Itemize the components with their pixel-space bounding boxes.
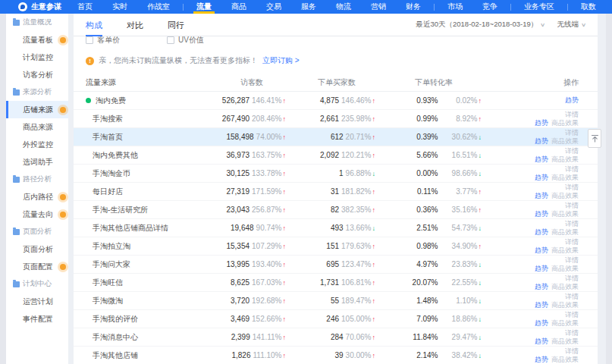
table-row[interactable]: 手淘-生活研究所23,043256.87%↑82382.35%↑0.36%35.… — [74, 201, 598, 219]
metric-change: 192.68% — [252, 297, 281, 305]
subscribe-link[interactable]: 立即订购 > — [262, 55, 300, 66]
trend-link[interactable]: 趋势 — [535, 319, 548, 327]
back-to-top-button[interactable] — [588, 129, 601, 148]
metric-change: 256.87% — [252, 206, 281, 214]
terminal-selector[interactable]: 无线端 ∨ — [557, 20, 585, 30]
trend-link[interactable]: 趋势 — [535, 155, 548, 163]
trend-link[interactable]: 趋势 — [535, 301, 548, 309]
sidebar-item-7[interactable]: 外投监控 — [6, 136, 68, 153]
table-row[interactable]: 手淘搜索267,490208.46%↑2,661235.98%↑0.99%8.9… — [74, 110, 598, 128]
metric-value: 1.48% — [416, 297, 438, 305]
table-row[interactable]: 手淘微淘3,720192.68%↑55189.47%↑1.48%1.10%↓详情… — [74, 292, 598, 310]
trend-link[interactable]: 趋势 — [535, 337, 548, 345]
sidebar-item-11[interactable]: 流量去向 — [6, 206, 68, 223]
date-range-selector[interactable]: 最近30天（2018-02-18~2018-03-19） ∨ — [416, 20, 545, 30]
sidebar-item-16[interactable]: 运营计划 — [6, 293, 68, 310]
cell-rate: 20.07%22.55%↓ — [375, 278, 482, 287]
table-row[interactable]: 手淘问大家13,995193.40%↑695123.47%↑4.97%23.83… — [74, 256, 598, 274]
sidebar-item-0[interactable]: 流量概况 — [6, 14, 68, 31]
product-effect-link: 商品效果 — [551, 228, 579, 236]
cell-buyers: 61220.71%↑ — [286, 133, 375, 141]
nav-item-11[interactable]: 竞争 — [472, 0, 507, 14]
notification-dot-icon — [60, 37, 66, 43]
metric-change: 34.90% — [438, 242, 478, 250]
cell-visitors: 267,490208.46%↑ — [187, 115, 286, 123]
checkbox-option-0[interactable]: 客单价 — [86, 36, 120, 46]
table-row[interactable]: 每日好店27,319171.59%↑31181.82%↑0.11%3.77%↑详… — [74, 183, 598, 201]
trend-link[interactable]: 趋势 — [535, 119, 548, 127]
cell-rate: 0.39%30.62%↓ — [375, 133, 482, 141]
chevron-down-icon: ∨ — [540, 22, 545, 28]
logo-icon — [18, 2, 27, 11]
trend-link[interactable]: 趋势 — [535, 174, 548, 181]
table-row[interactable]: 手淘淘金币30,125133.78%↑196.88%↓0.00%98.66%↓详… — [74, 165, 598, 183]
nav-item-3[interactable]: 流量 — [187, 0, 221, 14]
nav-item-13[interactable]: 取数 — [571, 0, 606, 14]
sidebar-item-9[interactable]: 路径分析 — [6, 171, 68, 188]
sidebar-item-5[interactable]: 店铺来源 — [6, 101, 68, 118]
sidebar-item-6[interactable]: 商品来源 — [6, 118, 68, 136]
table-row[interactable]: 手淘我的评价3,469152.66%↑246105.00%↑7.09%18.86… — [74, 310, 598, 328]
sidebar-item-1[interactable]: 流量看板 — [6, 31, 68, 49]
nav-divider — [510, 4, 511, 11]
nav-item-8[interactable]: 营销 — [361, 0, 396, 14]
sidebar-item-14[interactable]: 页面配置 — [6, 258, 68, 275]
tab-对比[interactable]: 对比 — [127, 14, 143, 36]
trend-link[interactable]: 趋势 — [535, 228, 548, 236]
metric-change: 98.66% — [438, 169, 478, 177]
nav-item-14[interactable]: 学院 — [606, 0, 612, 14]
cell-actions: 详情趋势商品效果 — [482, 293, 579, 309]
tab-同行[interactable]: 同行 — [168, 14, 184, 36]
nav-item-9[interactable]: 财务 — [396, 0, 431, 14]
checkbox-option-1[interactable]: UV价值 — [167, 36, 204, 46]
sidebar-item-17[interactable]: 事件配置 — [6, 310, 68, 328]
sidebar-item-2[interactable]: 计划监控 — [6, 49, 68, 66]
nav-item-7[interactable]: 物流 — [326, 0, 361, 14]
detail-link: 详情 — [565, 329, 579, 337]
sidebar-item-4[interactable]: 来源分析 — [6, 83, 68, 101]
sidebar-item-13[interactable]: 页面分析 — [6, 240, 68, 258]
table-row[interactable]: 手淘其他店铺商品详情19,64890.74%↑49313.66%↓2.51%54… — [74, 219, 598, 237]
metric-change: 235.98% — [341, 115, 371, 123]
action-line-2: 趋势商品效果 — [482, 301, 579, 309]
trend-link[interactable]: 趋势 — [535, 265, 548, 272]
nav-item-10[interactable]: 市场 — [438, 0, 472, 14]
nav-item-6[interactable]: 服务 — [291, 0, 326, 14]
trend-link[interactable]: 趋势 — [535, 210, 548, 218]
cell-rate: 5.66%16.51%↓ — [375, 151, 482, 159]
trend-link[interactable]: 趋势 — [565, 96, 579, 104]
action-line-1: 详情 — [482, 347, 579, 356]
table-row[interactable]: 淘内免费其他36,973163.75%↑2,092120.21%↑5.66%16… — [74, 146, 598, 165]
trend-link[interactable]: 趋势 — [535, 356, 548, 363]
cell-source: 手淘旺信 — [86, 278, 187, 288]
nav-item-5[interactable]: 交易 — [256, 0, 291, 14]
metric-change: 208.46% — [252, 115, 281, 123]
notification-dot-icon — [60, 264, 66, 270]
sidebar-item-8[interactable]: 选词助手 — [6, 153, 68, 171]
trend-link[interactable]: 趋势 — [535, 137, 548, 145]
nav-item-0[interactable]: 首页 — [67, 0, 102, 14]
nav-item-4[interactable]: 商品 — [221, 0, 256, 14]
sidebar-item-10[interactable]: 店内路径 — [6, 188, 68, 206]
table-row[interactable]: 手淘消息中心2,399141.11%↑28470.06%↑11.84%29.47… — [74, 328, 598, 347]
tab-构成[interactable]: 构成 — [86, 14, 102, 36]
sidebar-item-3[interactable]: 访客分析 — [6, 66, 68, 83]
app-logo[interactable]: 生意参谋 — [18, 2, 61, 12]
table-row[interactable]: 手淘其他店铺1,826111.10%↑3930.00%↑2.14%38.42%↓… — [74, 347, 598, 364]
nav-item-1[interactable]: 实时 — [102, 0, 137, 14]
table-row[interactable]: 淘内免费526,287146.41%↑4,875146.46%↑0.93%0.0… — [74, 92, 598, 110]
sidebar-item-label: 访客分析 — [23, 70, 53, 80]
nav-item-12[interactable]: 业务专区 — [514, 0, 564, 14]
sidebar-item-label: 页面分析 — [23, 227, 52, 237]
trend-link[interactable]: 趋势 — [535, 246, 548, 254]
table-row[interactable]: 手淘旺信8,625167.03%↑1,731106.81%↑20.07%22.5… — [74, 274, 598, 292]
table-row[interactable]: 手淘拍立淘15,354107.29%↑151179.63%↑0.98%34.90… — [74, 237, 598, 256]
nav-item-2[interactable]: 作战室 — [137, 0, 180, 14]
cell-source: 手淘消息中心 — [86, 332, 187, 343]
table-row[interactable]: 手淘首页158,49874.00%↑61220.71%↑0.39%30.62%↓… — [74, 128, 598, 146]
sidebar-item-15[interactable]: 计划中心 — [6, 275, 68, 293]
trend-link[interactable]: 趋势 — [535, 192, 548, 199]
cell-source: 手淘其他店铺商品详情 — [86, 223, 187, 234]
sidebar-item-12[interactable]: 页面分析 — [6, 223, 68, 240]
trend-link[interactable]: 趋势 — [535, 283, 548, 290]
